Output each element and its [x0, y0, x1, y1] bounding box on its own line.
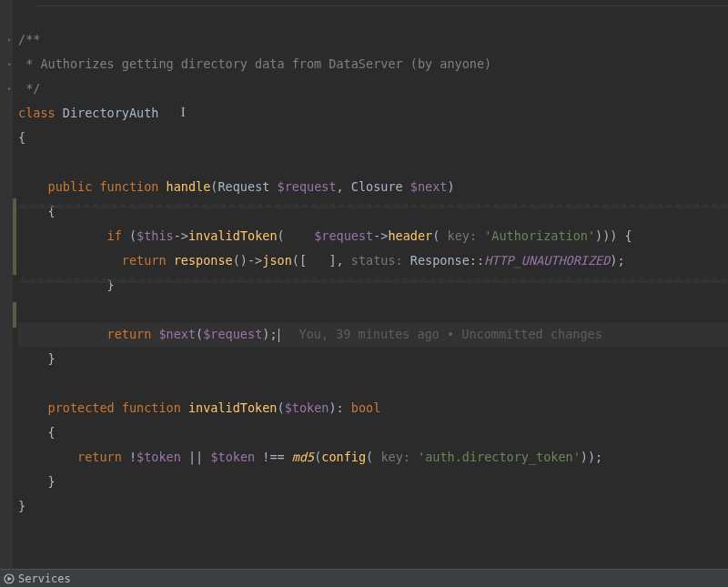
- services-label[interactable]: Services: [18, 572, 71, 585]
- current-line: return $next($request);You, 39 minutes a…: [18, 322, 728, 347]
- brace: }: [48, 474, 56, 489]
- code-editor[interactable]: ▸/** ▸ * Authorizes getting directory da…: [0, 0, 728, 569]
- doc-comment-end: */: [18, 81, 40, 96]
- brace: }: [48, 351, 56, 366]
- brace: {: [18, 130, 25, 145]
- brace: {: [48, 425, 56, 440]
- brace: }: [18, 499, 25, 513]
- svg-marker-1: [8, 576, 13, 581]
- services-icon[interactable]: [4, 573, 15, 584]
- method-handle: public function handle(Request $request,…: [18, 175, 728, 199]
- text-cursor-icon: I: [181, 100, 186, 125]
- if-stmt: if ($this->invalidToken( $request->heade…: [18, 224, 728, 248]
- return-bool: return !$token || $token !== md5(config(…: [18, 445, 728, 470]
- code-content[interactable]: ▸/** ▸ * Authorizes getting directory da…: [18, 0, 728, 569]
- status-bar[interactable]: Services: [0, 569, 728, 587]
- class-decl: class DirectoryAuth I: [18, 101, 728, 126]
- doc-comment: /**: [18, 32, 40, 46]
- method-invalidtoken: protected function invalidToken($token):…: [18, 396, 728, 420]
- return-json: return response()->json([ ], status: Res…: [18, 248, 728, 273]
- doc-comment-line: * Authorizes getting directory data from…: [18, 56, 491, 71]
- git-blame-annotation: You, 39 minutes ago • Uncommitted change…: [279, 327, 602, 341]
